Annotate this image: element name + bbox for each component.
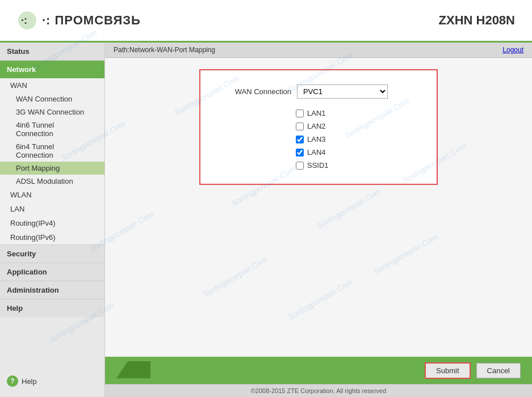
sidebar-help[interactable]: ? Help <box>0 371 104 391</box>
header: ·: ·: ПРОМСВЯЗЬ ZXHN H208N <box>0 0 532 43</box>
cancel-button[interactable]: Cancel <box>476 363 521 378</box>
sidebar-item-6in4[interactable]: 6in4 Tunnel Connection <box>0 140 104 162</box>
sidebar-item-wan[interactable]: WAN <box>0 78 104 92</box>
bottom-bar: Submit Cancel <box>105 357 532 384</box>
checkbox-lan4: LAN4 <box>296 148 341 157</box>
footer: ©2008-2015 ZTE Corporation. All rights r… <box>105 384 532 397</box>
breadcrumb: Path:Network-WAN-Port Mapping <box>114 46 215 54</box>
lan3-checkbox[interactable] <box>296 136 304 143</box>
logout-link[interactable]: Logout <box>502 46 523 54</box>
sidebar: Status Network WAN WAN Connection 3G WAN… <box>0 43 105 397</box>
help-circle-icon: ? <box>7 375 18 387</box>
logo-area: ·: ·: ПРОМСВЯЗЬ <box>17 10 141 31</box>
sidebar-item-wan-connection[interactable]: WAN Connection <box>0 92 104 105</box>
logo-text: ·: ПРОМСВЯЗЬ <box>42 13 141 28</box>
wan-connection-row: WAN Connection PVC1 PVC2 PVC3 PVC4 <box>217 85 420 99</box>
wan-connection-label: WAN Connection <box>217 87 291 96</box>
checkbox-lan2: LAN2 <box>296 122 341 130</box>
lan2-label: LAN2 <box>307 122 326 130</box>
sidebar-bottom: ? Help <box>0 317 104 397</box>
sidebar-item-wlan[interactable]: WLAN <box>0 188 104 202</box>
sidebar-item-port-mapping[interactable]: Port Mapping <box>0 162 104 175</box>
copyright-text: ©2008-2015 ZTE Corporation. All rights r… <box>251 387 387 394</box>
sidebar-item-4in6[interactable]: 4in6 Tunnel Connection <box>0 119 104 140</box>
sidebar-item-administration[interactable]: Administration <box>0 281 104 299</box>
lan2-checkbox[interactable] <box>296 123 304 130</box>
port-mapping-form: WAN Connection PVC1 PVC2 PVC3 PVC4 LAN1 <box>199 69 438 185</box>
sidebar-item-3g-wan[interactable]: 3G WAN Connection <box>0 105 104 119</box>
content-area: Path:Network-WAN-Port Mapping Logout WAN… <box>105 43 532 397</box>
sidebar-item-status[interactable]: Status <box>0 43 104 61</box>
sidebar-item-network[interactable]: Network <box>0 61 104 78</box>
sidebar-item-application[interactable]: Application <box>0 263 104 281</box>
sidebar-item-adsl[interactable]: ADSL Modulation <box>0 175 104 188</box>
device-title: ZXHN H208N <box>439 13 515 28</box>
lan4-label: LAN4 <box>307 148 326 157</box>
sidebar-item-security[interactable]: Security <box>0 244 104 263</box>
sidebar-help-label: Help <box>22 377 37 386</box>
sidebar-item-routing-ipv6[interactable]: Routing(IPv6) <box>0 230 104 244</box>
lan1-label: LAN1 <box>307 109 326 117</box>
logo-icon: ·: <box>17 10 37 31</box>
checkbox-lan1: LAN1 <box>296 109 341 117</box>
checkbox-lan3: LAN3 <box>296 135 341 143</box>
svg-text:·:: ·: <box>21 15 27 26</box>
lan3-label: LAN3 <box>307 135 326 143</box>
ssid1-label: SSID1 <box>307 161 329 170</box>
wan-connection-select[interactable]: PVC1 PVC2 PVC3 PVC4 <box>297 85 388 99</box>
lan1-checkbox[interactable] <box>296 109 304 117</box>
content-body: WAN Connection PVC1 PVC2 PVC3 PVC4 LAN1 <box>105 58 532 357</box>
sidebar-item-lan[interactable]: LAN <box>0 202 104 216</box>
sidebar-item-routing-ipv4[interactable]: Routing(IPv4) <box>0 216 104 230</box>
sidebar-submenu-network: WAN WAN Connection 3G WAN Connection 4in… <box>0 78 104 244</box>
ssid1-checkbox[interactable] <box>296 162 304 170</box>
sidebar-item-help[interactable]: Help <box>0 299 104 317</box>
lan4-checkbox[interactable] <box>296 149 304 157</box>
checkboxes-area: LAN1 LAN2 LAN3 LAN4 <box>217 109 420 170</box>
submit-button[interactable]: Submit <box>425 362 470 379</box>
breadcrumb-bar: Path:Network-WAN-Port Mapping Logout <box>105 43 532 58</box>
checkbox-ssid1: SSID1 <box>296 161 341 170</box>
